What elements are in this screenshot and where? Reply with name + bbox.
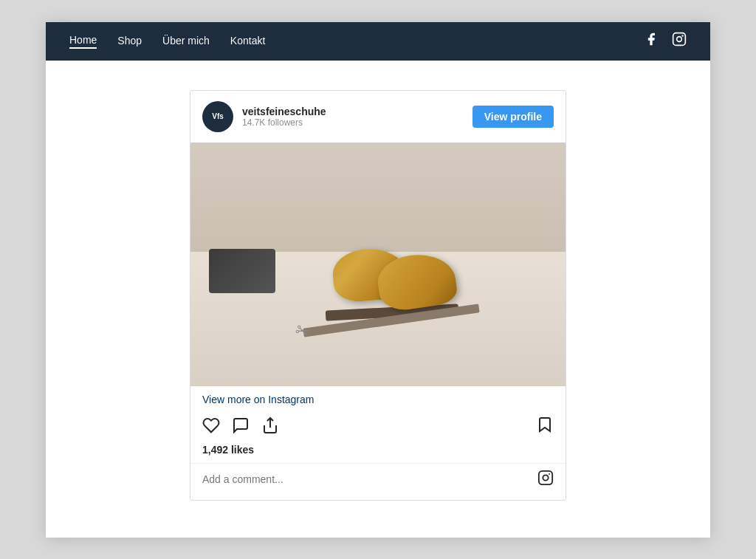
- page-wrapper: Home Shop Über mich Kontakt: [46, 22, 710, 538]
- nav-uber-mich[interactable]: Über mich: [162, 35, 210, 48]
- share-icon[interactable]: [261, 416, 279, 437]
- instagram-icon: [537, 470, 554, 490]
- comment-input[interactable]: [202, 473, 537, 485]
- nav-kontakt[interactable]: Kontakt: [230, 35, 265, 48]
- post-image: ✂: [190, 143, 566, 386]
- nav-links: Home Shop Über mich Kontakt: [69, 34, 265, 49]
- instagram-widget: Vfs veitsfeineschuhe 14.7K followers Vie…: [190, 90, 566, 501]
- avatar-text: Vfs: [212, 112, 224, 120]
- account-followers: 14.7K followers: [242, 117, 326, 128]
- svg-rect-0: [673, 33, 686, 46]
- likes-count: 1,492 likes: [190, 442, 566, 463]
- svg-rect-4: [539, 470, 552, 484]
- account-info: veitsfeineschuhe 14.7K followers: [242, 106, 326, 128]
- svg-point-1: [677, 37, 682, 42]
- svg-point-5: [543, 475, 548, 480]
- facebook-nav-icon[interactable]: [644, 32, 659, 50]
- navbar: Home Shop Über mich Kontakt: [46, 22, 710, 61]
- widget-header: Vfs veitsfeineschuhe 14.7K followers Vie…: [190, 91, 566, 143]
- instagram-nav-icon[interactable]: [672, 32, 687, 50]
- nav-home[interactable]: Home: [69, 34, 97, 49]
- comment-icon[interactable]: [232, 416, 250, 437]
- nav-icons: [644, 32, 687, 50]
- account-name: veitsfeineschuhe: [242, 106, 326, 117]
- view-profile-button[interactable]: View profile: [472, 106, 554, 128]
- widget-header-left: Vfs veitsfeineschuhe 14.7K followers: [202, 101, 326, 132]
- dark-equipment: [209, 249, 275, 293]
- actions-left: [202, 416, 279, 437]
- svg-point-2: [682, 35, 683, 36]
- comment-area: [190, 463, 566, 500]
- view-more-link[interactable]: View more on Instagram: [190, 386, 566, 411]
- avatar: Vfs: [202, 101, 233, 132]
- like-icon[interactable]: [202, 416, 220, 437]
- post-actions: [190, 411, 566, 442]
- main-content: Vfs veitsfeineschuhe 14.7K followers Vie…: [46, 61, 710, 538]
- bookmark-icon[interactable]: [536, 416, 554, 438]
- nav-shop[interactable]: Shop: [117, 35, 142, 48]
- shoe-scene-bg: ✂: [190, 143, 566, 386]
- svg-point-6: [549, 473, 550, 475]
